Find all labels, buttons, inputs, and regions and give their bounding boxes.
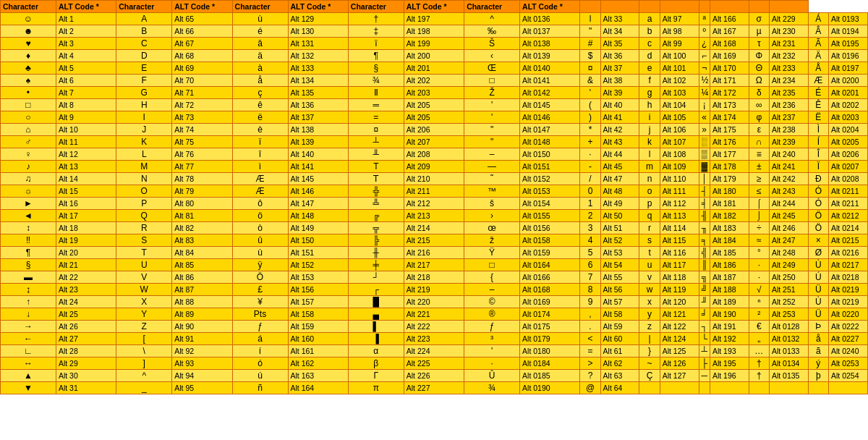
cell-r21-c19: Alt 0218 (828, 271, 867, 284)
cell-r2-c14: ¿ (699, 38, 710, 50)
cell-r28-c19: Alt 0253 (828, 358, 867, 370)
cell-r24-c17: Alt 253 (769, 308, 808, 321)
cell-r27-c0: ∟ (1, 345, 56, 358)
cell-r14-c13: Alt 111 (660, 185, 699, 198)
cell-r13-c1: Alt 14 (56, 173, 116, 185)
cell-r0-c5: Alt 129 (288, 13, 348, 25)
cell-r14-c17: Alt 243 (769, 185, 808, 198)
cell-r10-c18: Í (808, 136, 828, 148)
cell-r9-c19: Alt 0204 (828, 124, 867, 136)
cell-r27-c15: Alt 193 (710, 345, 749, 358)
cell-r11-c15: Alt 177 (710, 148, 749, 161)
cell-r4-c18: Å (808, 62, 828, 75)
cell-r12-c3: Alt 77 (172, 161, 232, 173)
cell-r30-c17 (769, 382, 808, 394)
cell-r4-c14: ¬ (699, 62, 710, 75)
cell-r18-c12: s (639, 234, 660, 247)
cell-r20-c10: 6 (580, 259, 600, 271)
cell-r5-c4: å (232, 75, 288, 87)
cell-r22-c8: – (464, 284, 520, 296)
cell-r29-c3: Alt 94 (172, 370, 232, 382)
cell-r28-c4: ó (232, 358, 288, 370)
cell-r27-c9: Alt 0180 (520, 345, 580, 358)
cell-r4-c0: ♣ (1, 62, 56, 75)
cell-r14-c8: ™ (464, 185, 520, 198)
cell-r1-c17: Alt 230 (769, 25, 808, 38)
cell-r30-c2: _ (116, 382, 172, 394)
cell-r10-c6: ┴ (348, 136, 404, 148)
cell-r13-c19: Alt 0208 (828, 173, 867, 185)
cell-r7-c0: □ (1, 99, 56, 111)
cell-r30-c0: ▼ (1, 382, 56, 394)
cell-r6-c8: Ž (464, 87, 520, 99)
cell-r17-c19: Alt 0214 (828, 222, 867, 234)
header-col-14 (699, 1, 710, 13)
cell-r24-c13: Alt 121 (660, 308, 699, 321)
cell-r19-c13: Alt 116 (660, 247, 699, 259)
cell-r23-c9: Alt 0169 (520, 296, 580, 308)
cell-r27-c8: ' (464, 345, 520, 358)
cell-r7-c9: Alt 0145 (520, 99, 580, 111)
cell-r0-c14: ª (699, 13, 710, 25)
cell-r13-c14: │ (699, 173, 710, 185)
cell-r2-c13: Alt 99 (660, 38, 699, 50)
table-row: ⌂Alt 10JAlt 74èAlt 138¤Alt 206"Alt 0147*… (1, 124, 868, 136)
cell-r0-c2: A (116, 13, 172, 25)
cell-r6-c15: Alt 172 (710, 87, 749, 99)
header-col-0: Character (1, 1, 56, 13)
cell-r9-c4: è (232, 124, 288, 136)
cell-r14-c14: ┤ (699, 185, 710, 198)
cell-r18-c11: Alt 52 (600, 234, 639, 247)
cell-r10-c0: ♂ (1, 136, 56, 148)
cell-r22-c17: Alt 251 (769, 284, 808, 296)
cell-r21-c13: Alt 118 (660, 271, 699, 284)
cell-r20-c9: Alt 0164 (520, 259, 580, 271)
cell-r21-c5: Alt 153 (288, 271, 348, 284)
cell-r9-c16: ε (749, 124, 769, 136)
cell-r20-c16: · (749, 259, 769, 271)
cell-r25-c19: Alt 0222 (828, 321, 867, 333)
header-col-2: Character (116, 1, 172, 13)
cell-r6-c6: Ⅱ (348, 87, 404, 99)
cell-r13-c6: Τ̈ (348, 173, 404, 185)
cell-r15-c4: ô (232, 198, 288, 210)
cell-r26-c19: Alt 0227 (828, 333, 867, 345)
table-row: §Alt 21UAlt 85ÿAlt 152╪Alt 217□Alt 01646… (1, 259, 868, 271)
cell-r15-c0: ► (1, 198, 56, 210)
cell-r29-c17: Alt 0135 (769, 370, 808, 382)
cell-r19-c14: ╣ (699, 247, 710, 259)
cell-r25-c13: Alt 122 (660, 321, 699, 333)
header-col-5: ALT Code * (288, 1, 348, 13)
cell-r27-c2: \ (116, 345, 172, 358)
cell-r11-c8: – (464, 148, 520, 161)
cell-r24-c11: Alt 58 (600, 308, 639, 321)
cell-r27-c16: … (749, 345, 769, 358)
cell-r11-c16: ≡ (749, 148, 769, 161)
cell-r12-c6: Τ (348, 161, 404, 173)
cell-r16-c17: Alt 245 (769, 210, 808, 222)
cell-r21-c3: Alt 86 (172, 271, 232, 284)
cell-r24-c8: ® (464, 308, 520, 321)
cell-r28-c7: Alt 225 (404, 358, 464, 370)
cell-r22-c7: Alt 219 (404, 284, 464, 296)
cell-r10-c12: k (639, 136, 660, 148)
cell-r3-c12: d (639, 50, 660, 62)
cell-r9-c13: Alt 106 (660, 124, 699, 136)
cell-r30-c4: ñ (232, 382, 288, 394)
cell-r13-c0: ♫ (1, 173, 56, 185)
cell-r26-c0: ← (1, 333, 56, 345)
cell-r2-c4: â (232, 38, 288, 50)
cell-r18-c9: Alt 0158 (520, 234, 580, 247)
cell-r0-c18: Á (808, 13, 828, 25)
cell-r14-c3: Alt 79 (172, 185, 232, 198)
cell-r12-c16: ± (749, 161, 769, 173)
table-row: ♫Alt 14NAlt 78ÆAlt 145Τ̈Alt 210˜Alt 0152… (1, 173, 868, 185)
cell-r0-c13: Alt 97 (660, 13, 699, 25)
cell-r13-c5: Alt 145 (288, 173, 348, 185)
cell-r15-c8: š (464, 198, 520, 210)
cell-r22-c9: Alt 0168 (520, 284, 580, 296)
cell-r17-c13: Alt 114 (660, 222, 699, 234)
cell-r18-c5: Alt 150 (288, 234, 348, 247)
cell-r19-c5: Alt 151 (288, 247, 348, 259)
cell-r8-c17: Alt 237 (769, 111, 808, 124)
